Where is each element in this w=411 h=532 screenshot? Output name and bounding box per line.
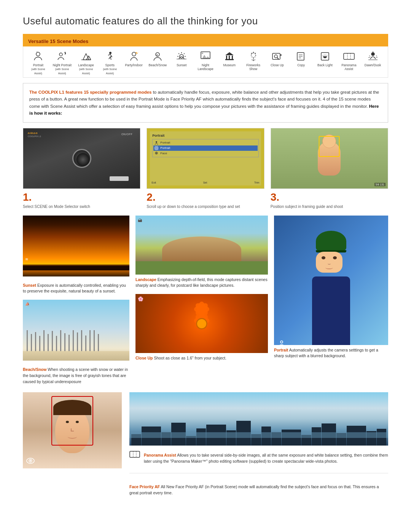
face-framing-guide	[51, 396, 93, 446]
night-landscape-label: NightLandscape	[198, 63, 213, 71]
step-3-image: 5/8 131	[271, 128, 388, 189]
svg-point-10	[180, 54, 183, 58]
scene-icon-closeup: Close Up	[265, 50, 289, 67]
scene-icon-landscape: Landscape(with Scene Assist)	[74, 50, 98, 75]
museum-icon	[225, 50, 234, 62]
party-icon	[129, 50, 139, 62]
svg-point-49	[156, 147, 157, 149]
sports-label: Sports(with Scene Assist)	[99, 63, 121, 75]
museum-label: Museum	[223, 63, 236, 67]
step-3-desc: Position subject in framing guide and sh…	[271, 204, 388, 209]
flower-scene-icon: 🌸	[138, 296, 143, 302]
svg-point-51	[156, 152, 157, 153]
lcd-item-portrait: Portrait	[160, 141, 170, 144]
panorama-info: Panorama Assist Allows you to take sever…	[129, 450, 388, 465]
description-box: The COOLPIX L1 features 15 specially pro…	[23, 83, 388, 123]
beach-label: Beach/Snow	[149, 63, 167, 67]
step-2: Portrait Portrait Portrait	[147, 128, 264, 209]
svg-point-55	[30, 460, 31, 462]
svg-point-32	[274, 55, 277, 58]
closeup-desc: Shoot as close as 1.6" from your subject…	[153, 356, 226, 360]
copy-icon	[296, 50, 306, 62]
panorama-assist-icon	[129, 451, 140, 458]
landscape-label: Landscape(with Scene Assist)	[75, 63, 97, 75]
lcd-item-portrait-2: Portrait	[160, 146, 170, 150]
description-text: The COOLPIX L1 features 15 specially pro…	[29, 89, 382, 117]
closeup-icon	[272, 50, 282, 62]
night-portrait-label: Night Portrait(with Scene Assist)	[51, 63, 73, 75]
scene-icon-sunset: Sunset	[170, 50, 194, 67]
svg-marker-19	[206, 56, 210, 59]
beach-fence	[23, 330, 129, 353]
svg-rect-24	[232, 56, 233, 59]
scene-icon-sports: Sports(with Scene Assist)	[98, 50, 122, 75]
step-2-number: 2.	[147, 191, 264, 203]
beach-photo: ⛵	[23, 300, 129, 364]
svg-line-33	[277, 58, 279, 59]
svg-marker-25	[225, 52, 234, 55]
main-title: Useful automatic features do all the thi…	[23, 15, 388, 27]
night-landscape-icon	[201, 50, 210, 62]
section-divider	[129, 473, 388, 473]
panorama-photo	[129, 392, 388, 446]
panorama-icon	[343, 50, 355, 62]
svg-rect-56	[130, 451, 140, 457]
bottom-section: Panorama Assist Allows you to take sever…	[23, 392, 388, 496]
svg-rect-41	[344, 53, 354, 59]
svg-point-20	[202, 53, 203, 54]
lcd-set: Set	[203, 181, 207, 184]
step-3-number: 3.	[271, 191, 388, 203]
svg-line-28	[255, 53, 256, 54]
right-column: Portrait Automatically adjusts the camer…	[274, 216, 388, 385]
party-label: Party/Indoor	[125, 63, 142, 67]
portrait-label: Portrait(with Scene Assist)	[27, 63, 49, 75]
scene-modes-title: Versatile 15 Scene Modes	[28, 38, 88, 44]
copy-label: Copy	[297, 63, 305, 67]
page-container: Useful automatic features do all the thi…	[0, 0, 411, 511]
landscape-bold: Landscape	[135, 277, 156, 282]
bottom-right: Panorama Assist Allows you to take sever…	[129, 392, 388, 496]
closeup-photo: 🌸	[135, 294, 268, 353]
beach-label-text: Beach/Snow When shooting a scene with sn…	[23, 367, 129, 385]
svg-text:8: 8	[156, 54, 158, 56]
lcd-exit: Exit	[151, 181, 156, 184]
beach-icon: 8	[153, 50, 162, 62]
sunset-label: Sunset	[177, 63, 186, 67]
lcd-menu-row-1: Portrait	[153, 140, 257, 145]
panorama-label: Panorama Assist	[338, 63, 360, 71]
scene-icon-night-landscape: NightLandscape	[194, 50, 218, 71]
svg-point-2	[65, 52, 65, 53]
step-1-image: nikon COOLPIX L1 ON/OFF	[23, 128, 140, 189]
steps-row: nikon COOLPIX L1 ON/OFF 1. Select SCENE …	[23, 128, 388, 209]
step-2-desc: Scroll up or down to choose a compositio…	[147, 204, 264, 209]
step-3: 5/8 131 3. Position subject in framing g…	[271, 128, 388, 209]
svg-point-6	[109, 52, 112, 54]
fireworks-label: FireworksShow	[246, 63, 260, 71]
night-portrait-icon	[57, 50, 67, 62]
svg-point-47	[156, 141, 157, 143]
portrait-desc: Automatically adjusts the camera setttin…	[274, 348, 378, 358]
sunset-desc: Exposure is automatically controlled, en…	[23, 283, 126, 294]
portrait-block: Portrait Automatically adjusts the camer…	[274, 216, 388, 385]
svg-marker-18	[202, 55, 207, 59]
portrait-numbers: 5/8 131	[374, 183, 386, 186]
svg-line-29	[251, 53, 252, 54]
scene-icon-backlight: Back Light	[313, 50, 337, 67]
camera-brand: nikon	[28, 131, 38, 135]
scene-icon-copy: Copy	[289, 50, 313, 67]
fireworks-icon	[249, 50, 258, 62]
svg-point-7	[132, 52, 136, 56]
lcd-title: Portrait	[152, 134, 164, 137]
svg-point-0	[36, 52, 40, 56]
sunset-scene-icon: ≋	[25, 257, 28, 261]
sports-icon	[105, 50, 115, 62]
face-priority-text: Face Priority AF All New Face Priority A…	[129, 484, 388, 496]
svg-rect-23	[229, 56, 230, 59]
desc-bold-intro: The COOLPIX L1 features 15 specially pro…	[29, 90, 151, 94]
dawn-label: Dawn/Dusk	[365, 63, 381, 67]
step-1: nikon COOLPIX L1 ON/OFF 1. Select SCENE …	[23, 128, 140, 209]
panorama-desc: Allows you to take several side-by-side …	[144, 453, 388, 463]
landscape-scene-icon: 🏔	[138, 218, 142, 223]
svg-line-12	[184, 53, 185, 54]
svg-rect-48	[155, 147, 158, 150]
